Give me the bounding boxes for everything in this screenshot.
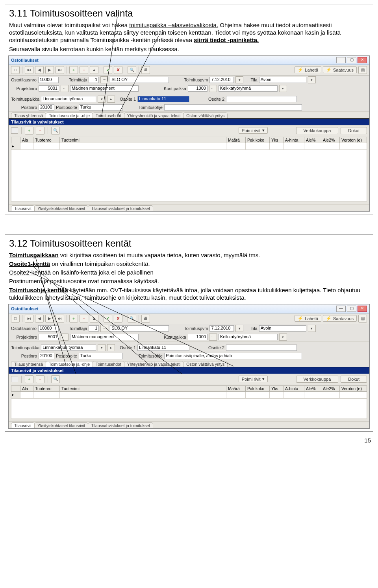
saatavuus-button[interactable]: ⚡Saatavuus bbox=[323, 315, 357, 322]
tila-field[interactable]: Avoin bbox=[259, 325, 306, 332]
add-icon[interactable]: ＋ bbox=[69, 66, 78, 74]
col-maara[interactable]: Määrä bbox=[226, 385, 246, 391]
verkkokauppa-button[interactable]: Verkkokauppa bbox=[296, 127, 339, 134]
search-icon[interactable]: 🔍 bbox=[128, 315, 136, 323]
chevron-down-icon[interactable]: ▾ bbox=[308, 325, 316, 332]
add-row-icon[interactable]: ＋ bbox=[25, 127, 33, 135]
tila-field[interactable]: Avoin bbox=[259, 77, 306, 83]
tab-tilaus-yhteensa[interactable]: Tilaus yhteensä bbox=[11, 112, 46, 118]
chevron-down-icon[interactable]: ▾ bbox=[308, 76, 316, 83]
dokut-button[interactable]: Dokut bbox=[341, 127, 367, 134]
col-tuotenimi[interactable]: Tuotenimi bbox=[60, 137, 226, 143]
minimize-button[interactable]: — bbox=[336, 57, 346, 63]
toimitusohje-field[interactable]: Poimitus sisäpihalle, ahdas ja hiab bbox=[164, 353, 302, 359]
confirm-icon[interactable]: ✔ bbox=[104, 315, 112, 323]
col-ala[interactable]: Ala bbox=[20, 385, 33, 391]
col-ale2[interactable]: Ale2% bbox=[321, 385, 340, 391]
edit-icon[interactable]: ▲ bbox=[90, 66, 98, 74]
chevron-down-icon[interactable]: ▾ bbox=[279, 334, 287, 341]
add-row-icon[interactable]: ＋ bbox=[25, 375, 33, 383]
next-icon[interactable]: ▶ bbox=[45, 315, 54, 323]
edit-icon[interactable]: ▲ bbox=[90, 315, 98, 323]
tab-tilaus-yhteensa[interactable]: Tilaus yhteensä bbox=[11, 361, 46, 367]
chevron-down-icon[interactable]: ▾ bbox=[98, 344, 106, 351]
first-icon[interactable]: ⏮ bbox=[25, 66, 33, 74]
toimituspvm-field[interactable]: 7.12.2010 bbox=[209, 325, 234, 332]
col-veroton[interactable]: Veroton (e) bbox=[340, 385, 367, 391]
chevron-down-icon[interactable]: ▾ bbox=[98, 96, 106, 103]
col-tuotenro[interactable]: Tuotenro bbox=[33, 137, 60, 143]
last-icon[interactable]: ⏭ bbox=[56, 315, 64, 323]
grid-row[interactable]: ▸ bbox=[11, 391, 367, 398]
projekti-name-field[interactable]: Mäkinen management bbox=[70, 334, 139, 340]
tab-tilausrivit[interactable]: Tilausrivit bbox=[11, 205, 35, 211]
delete-icon[interactable]: － bbox=[80, 315, 88, 323]
poimi-rivit-button[interactable]: Poimi rivit ▾ bbox=[239, 376, 268, 382]
tab-yksityiskohtaiset[interactable]: Yksityiskohtaiset tilausrivit bbox=[34, 422, 88, 428]
tab-toimitusehdot[interactable]: Toimitusehdot bbox=[93, 112, 124, 118]
kustpaikka-field[interactable]: 1000 bbox=[188, 334, 208, 340]
col-veroton[interactable]: Veroton (e) bbox=[340, 137, 367, 143]
osoite2-field[interactable] bbox=[226, 96, 297, 102]
prev-icon[interactable]: ◀ bbox=[35, 315, 44, 323]
col-tuotenimi[interactable]: Tuotenimi bbox=[60, 385, 226, 391]
ostotilausnro-field[interactable]: 10000 bbox=[38, 325, 59, 332]
delete-row-icon[interactable]: － bbox=[36, 127, 44, 135]
maximize-button[interactable]: ▢ bbox=[347, 57, 356, 63]
lookup-icon[interactable]: ⋯ bbox=[100, 76, 108, 83]
confirm-icon[interactable]: ✔ bbox=[104, 66, 112, 74]
toimittaja-no-field[interactable]: 1 bbox=[89, 77, 99, 83]
osoite1-field[interactable]: Linnankatu 11 bbox=[137, 345, 189, 351]
col-ahinta[interactable]: A-hinta bbox=[284, 385, 304, 391]
toimituspaikka-field[interactable]: Linnankadun työmaa bbox=[41, 345, 96, 351]
close-button[interactable]: ✕ bbox=[358, 57, 367, 63]
print-icon[interactable]: 🖶 bbox=[141, 315, 150, 323]
toimittaja-name-field[interactable]: SLO OY bbox=[110, 77, 169, 83]
col-ahinta[interactable]: A-hinta bbox=[284, 137, 304, 143]
search-row-icon[interactable]: 🔍 bbox=[51, 127, 60, 135]
kust-name-field[interactable]: Keikkatyöryhmä bbox=[219, 334, 278, 340]
toimittaja-no-field[interactable]: 1 bbox=[89, 325, 99, 332]
toimitusohje-field[interactable] bbox=[164, 104, 302, 111]
nav-icon[interactable] bbox=[11, 376, 18, 382]
transfer-icon[interactable]: ▸ bbox=[107, 96, 115, 103]
grid-row[interactable]: ▸ bbox=[11, 143, 367, 149]
delete-row-icon[interactable]: － bbox=[36, 375, 44, 383]
saatavuus-button[interactable]: ⚡Saatavuus bbox=[323, 66, 357, 73]
cancel-icon[interactable]: ✘ bbox=[114, 315, 122, 323]
maximize-button[interactable]: ▢ bbox=[347, 306, 356, 312]
chevron-down-icon[interactable]: ▾ bbox=[279, 85, 287, 92]
tab-oston-valittava[interactable]: Oston välittävä yritys bbox=[183, 112, 228, 118]
toimituspaikka-field[interactable]: Linnankadun työmaa bbox=[41, 96, 96, 102]
lookup-icon[interactable]: ⋯ bbox=[100, 325, 108, 332]
postiosoite-field[interactable]: Turku bbox=[79, 353, 123, 359]
projektinro-field[interactable]: 5001 bbox=[39, 85, 59, 92]
projektinro-field[interactable]: 5001 bbox=[39, 334, 59, 340]
calendar-icon[interactable]: ▾ bbox=[235, 76, 243, 83]
col-ala[interactable]: Ala bbox=[20, 137, 33, 143]
projekti-name-field[interactable]: Mäkinen management bbox=[70, 85, 139, 92]
tab-yksityiskohtaiset[interactable]: Yksityiskohtaiset tilausrivit bbox=[34, 205, 88, 211]
col-pakkoko[interactable]: Pak.koko bbox=[246, 385, 270, 391]
search-row-icon[interactable]: 🔍 bbox=[51, 375, 60, 383]
tab-tilausvahvistukset[interactable]: Tilausvahvistukset ja toimitukset bbox=[88, 205, 153, 211]
prev-icon[interactable]: ◀ bbox=[35, 66, 44, 74]
close-button[interactable]: ✕ bbox=[358, 306, 367, 312]
postiosoite-field[interactable]: Turku bbox=[79, 104, 123, 111]
nav-icon[interactable] bbox=[11, 127, 18, 134]
col-pakkoko[interactable]: Pak.koko bbox=[246, 137, 270, 143]
transfer-icon[interactable]: ▸ bbox=[107, 344, 115, 351]
col-maara[interactable]: Määrä bbox=[226, 137, 246, 143]
tab-tilausvahvistukset[interactable]: Tilausvahvistukset ja toimitukset bbox=[88, 422, 153, 428]
blank-icon[interactable]: □ bbox=[11, 315, 20, 323]
doc-icon[interactable]: ▤ bbox=[358, 66, 367, 74]
search-icon[interactable]: 🔍 bbox=[128, 66, 136, 74]
kust-name-field[interactable]: Keikkatyöryhmä bbox=[219, 85, 278, 92]
col-tuotenro[interactable]: Tuotenro bbox=[33, 385, 60, 391]
osoite2-field[interactable] bbox=[226, 345, 297, 351]
lookup-icon[interactable]: ⋯ bbox=[209, 334, 217, 341]
tab-toimitusosoite[interactable]: Toimitusosoite ja -ohje bbox=[46, 361, 93, 367]
tab-oston-valittava[interactable]: Oston välittävä yritys bbox=[183, 361, 228, 367]
laheta-button[interactable]: ⚡Lähetä bbox=[295, 66, 321, 73]
laheta-button[interactable]: ⚡Lähetä bbox=[295, 315, 321, 322]
